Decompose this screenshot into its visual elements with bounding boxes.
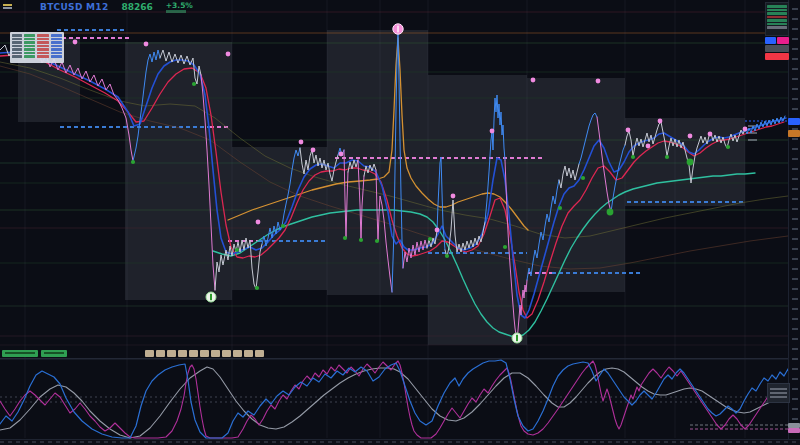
price-axis-tick	[792, 418, 798, 420]
swing-low-dot	[428, 237, 432, 241]
swing-low-dot	[255, 286, 259, 290]
axis-badge-last-price	[788, 118, 800, 125]
swing-high-dot	[596, 79, 601, 84]
swing-low-dot	[343, 236, 347, 240]
major-swing-low-dot	[607, 209, 614, 216]
top-right-stats-table	[765, 2, 789, 36]
price-axis-tick	[792, 348, 798, 350]
price-axis-tick	[792, 318, 798, 320]
price-axis-tick	[792, 28, 798, 30]
price-axis-tick	[792, 8, 798, 10]
price-axis-scale[interactable]	[788, 0, 800, 439]
price-axis-tick	[792, 98, 798, 100]
change-percent: +3.5%	[166, 2, 193, 9]
price-axis-tick	[792, 48, 798, 50]
price-axis-tick	[792, 148, 798, 150]
swing-high-dot	[256, 220, 261, 225]
osc-gray-line	[0, 367, 788, 438]
price-axis-tick	[792, 208, 798, 210]
marker-icon-cell	[156, 350, 165, 357]
swing-low-dot	[581, 176, 585, 180]
marker-icon-cell	[211, 350, 220, 357]
legend-menu-icon[interactable]	[3, 4, 12, 10]
time-axis-scale[interactable]	[0, 439, 800, 445]
mini-stats-row	[12, 52, 62, 55]
mini-stats-row	[12, 41, 62, 44]
price-axis-tick	[792, 408, 798, 410]
swing-low-dot	[631, 155, 635, 159]
top-right-stats-row	[767, 9, 787, 12]
mini-stats-row	[12, 34, 62, 37]
top-right-stats-row	[767, 16, 787, 19]
marker-icon-cell	[244, 350, 253, 357]
mini-stats-row	[12, 48, 62, 51]
axis-badge-osc-level-pink	[788, 428, 800, 433]
marker-icon-cell	[145, 350, 154, 357]
swing-high-dot	[311, 148, 316, 153]
price-axis-tick	[792, 358, 798, 360]
symbol-legend: BTCUSD M12 88266 +3.5%	[40, 2, 193, 13]
price-axis-tick	[792, 268, 798, 270]
session-stat-badge	[2, 350, 38, 357]
top-right-stats-row	[767, 12, 787, 15]
marker-icon-cell	[178, 350, 187, 357]
swing-low-dot	[235, 248, 239, 252]
pane-separator	[0, 358, 800, 360]
top-right-stats-row	[767, 23, 787, 26]
swing-low-dot	[558, 206, 562, 210]
swing-low-dot	[131, 160, 135, 164]
mini-stats-row	[12, 55, 62, 58]
price-axis-tick	[792, 178, 798, 180]
marker-icon-cell	[167, 350, 176, 357]
ma-value-label	[748, 139, 757, 141]
swing-high-dot	[743, 127, 748, 132]
price-axis-tick	[792, 378, 798, 380]
price-axis-tick	[792, 368, 798, 370]
axis-badge-red	[765, 53, 789, 60]
swing-high-dot	[658, 119, 663, 124]
mini-stats-row	[12, 45, 62, 48]
swing-low-dot	[192, 82, 196, 86]
price-axis-tick	[792, 168, 798, 170]
price-axis-tick	[792, 38, 798, 40]
price-and-oscillator-canvas[interactable]	[0, 0, 800, 439]
price-axis-tick	[792, 248, 798, 250]
top-right-stats-row	[767, 26, 787, 29]
swing-low-dot	[375, 239, 379, 243]
mini-stats-row	[12, 38, 62, 41]
price-axis-tick	[792, 158, 798, 160]
swing-high-dot	[626, 128, 631, 133]
price-axis-tick	[792, 288, 798, 290]
top-right-stats-row	[767, 5, 787, 8]
price-axis-tick	[792, 278, 798, 280]
price-axis-tick	[792, 338, 798, 340]
price-axis-tick	[792, 188, 798, 190]
swing-low-dot	[445, 254, 449, 258]
swing-high-dot	[708, 132, 713, 137]
price-axis-tick	[792, 108, 798, 110]
swing-high-dot	[688, 134, 693, 139]
axis-badge-blue	[765, 37, 776, 44]
osc-magenta-line	[0, 361, 797, 438]
swing-low-dot	[359, 238, 363, 242]
trading-chart-window: BTCUSD M12 88266 +3.5%	[0, 0, 800, 445]
mini-stats-table	[10, 32, 64, 63]
price-axis-tick	[792, 58, 798, 60]
price-axis-tick	[792, 398, 798, 400]
price-axis-tick	[792, 388, 798, 390]
price-axis-tick	[792, 218, 798, 220]
axis-badge-orange-level	[788, 130, 800, 137]
price-axis-tick	[792, 18, 798, 20]
swing-high-dot	[299, 140, 304, 145]
price-axis-tick	[792, 258, 798, 260]
swing-low-dot	[281, 224, 285, 228]
swing-low-dot	[726, 145, 730, 149]
axis-badge-magenta	[777, 37, 789, 44]
price-axis-tick	[792, 228, 798, 230]
swing-high-dot	[451, 194, 456, 199]
marker-icon-cell	[233, 350, 242, 357]
session-range-box	[625, 118, 745, 206]
symbol-title[interactable]: BTCUSD M12	[40, 2, 108, 12]
swing-low-dot	[503, 245, 507, 249]
price-axis-tick	[792, 298, 798, 300]
